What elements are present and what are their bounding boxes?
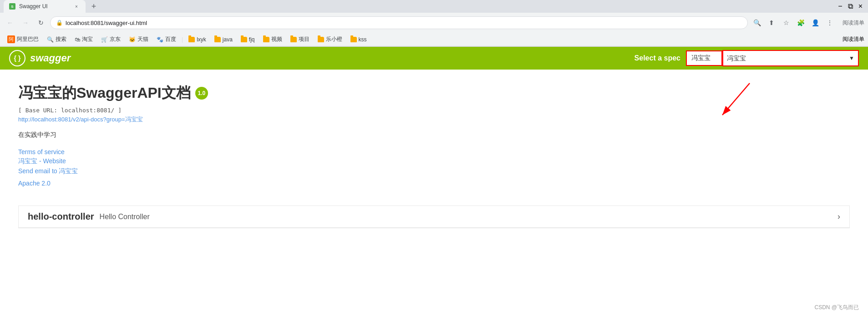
reload-button[interactable]: ↻	[35, 16, 47, 29]
bookmark-folder-kss[interactable]: kss	[347, 35, 371, 44]
tmall-icon: 🐱	[129, 36, 136, 43]
bookmark-folder-orange[interactable]: 乐小橙	[314, 35, 346, 44]
reading-list-area[interactable]: 阅读清单	[843, 35, 864, 43]
alibaba-icon: 阿	[7, 35, 15, 43]
controller-header[interactable]: hello-controller Hello Controller ›	[19, 206, 849, 228]
bookmark-alibaba-label: 阿里巴巴	[17, 35, 39, 43]
browser-chrome: S Swagger UI × + − ⧉ × ← → ↻ 🔒 localhost…	[0, 0, 868, 47]
swagger-logo-icon: { }	[9, 50, 25, 66]
bookmark-folder-project-label: 项目	[299, 35, 310, 43]
controller-section: hello-controller Hello Controller ›	[18, 206, 850, 228]
back-button[interactable]: ←	[4, 16, 16, 29]
lock-icon: 🔒	[56, 20, 63, 26]
spec-dropdown[interactable]: 冯宝宝	[722, 50, 859, 66]
bookmark-folder-fjq[interactable]: fjq	[237, 35, 259, 44]
address-text: localhost:8081/swagger-ui.html	[66, 20, 147, 26]
api-title-row: 冯宝宝的SwaggerAPI文档 1.0	[18, 83, 850, 103]
folder-java-icon	[214, 37, 221, 42]
bookmark-folder-video[interactable]: 视频	[259, 35, 286, 44]
folder-lxyk-icon	[188, 37, 195, 42]
terms-of-service-link[interactable]: Terms of service	[18, 148, 850, 155]
address-bar-row: ← → ↻ 🔒 localhost:8081/swagger-ui.html 🔍…	[0, 13, 868, 33]
bookmark-search-label: 搜索	[56, 35, 66, 43]
swagger-nav: { } swagger Select a spec 冯宝宝 冯宝宝 ▼	[0, 47, 868, 70]
controller-chevron-icon: ›	[838, 212, 840, 221]
tab-favicon: S	[9, 3, 15, 10]
separator-1: |	[182, 36, 183, 43]
swagger-logo-text: swagger	[30, 52, 71, 64]
tab-bar: S Swagger UI × + − ⧉ ×	[0, 0, 868, 13]
bookmark-search[interactable]: 🔍 搜索	[43, 35, 70, 44]
swagger-logo: { } swagger	[9, 50, 71, 66]
folder-kss-icon	[350, 37, 357, 42]
bookmark-alibaba[interactable]: 阿 阿里巴巴	[4, 35, 42, 44]
bookmark-folder-video-label: 视频	[271, 35, 282, 43]
tab-close-button[interactable]: ×	[73, 3, 80, 10]
restore-button[interactable]: ⧉	[848, 2, 853, 10]
info-links: Terms of service 冯宝宝 - Website Send emai…	[18, 148, 850, 176]
extension-button[interactable]: 🧩	[794, 16, 807, 29]
bookmark-folder-java[interactable]: java	[211, 35, 236, 44]
controller-title: hello-controller Hello Controller	[28, 211, 150, 222]
search-icon: 🔍	[47, 36, 54, 43]
new-tab-button[interactable]: +	[87, 0, 100, 13]
window-controls: − ⧉ ×	[838, 2, 864, 10]
bookmark-jd-label: 京东	[110, 35, 121, 43]
swagger-main: 冯宝宝的SwaggerAPI文档 1.0 [ Base URL: localho…	[0, 70, 868, 242]
spec-select-wrapper: 冯宝宝 冯宝宝 ▼	[686, 50, 859, 66]
content-wrapper: 冯宝宝的SwaggerAPI文档 1.0 [ Base URL: localho…	[0, 70, 868, 242]
bookmark-folder-project[interactable]: 项目	[287, 35, 313, 44]
bookmark-folder-java-label: java	[223, 36, 233, 43]
forward-button[interactable]: →	[19, 16, 32, 29]
folder-orange-icon	[318, 37, 324, 42]
folder-video-icon	[263, 37, 269, 42]
taobao-icon: 🛍	[75, 36, 80, 43]
spec-value-display: 冯宝宝	[686, 50, 722, 66]
version-badge: 1.0	[195, 87, 208, 100]
bookmark-folder-lxyk[interactable]: lxyk	[185, 35, 210, 44]
reading-list-label: 阅读清单	[843, 36, 864, 42]
swagger-app: { } swagger Select a spec 冯宝宝 冯宝宝 ▼	[0, 47, 868, 242]
bookmark-jd[interactable]: 🛒 京东	[97, 35, 124, 44]
tab-title: Swagger UI	[19, 3, 69, 10]
folder-fjq-icon	[241, 37, 247, 42]
api-title: 冯宝宝的SwaggerAPI文档	[18, 83, 191, 103]
address-input[interactable]: 🔒 localhost:8081/swagger-ui.html	[50, 16, 748, 29]
jd-icon: 🛒	[101, 36, 108, 43]
api-docs-link[interactable]: http://localhost:8081/v2/api-docs?group=…	[18, 115, 850, 124]
menu-button[interactable]: ⋮	[823, 16, 836, 29]
bookmark-button[interactable]: ☆	[780, 16, 792, 29]
profile-button[interactable]: 👤	[809, 16, 822, 29]
base-url: [ Base URL: localhost:8081/ ]	[18, 107, 850, 114]
email-link[interactable]: Send email to 冯宝宝	[18, 167, 850, 176]
bookmark-taobao[interactable]: 🛍 淘宝	[71, 35, 96, 44]
website-link[interactable]: 冯宝宝 - Website	[18, 157, 850, 166]
bookmark-folder-fjq-label: fjq	[249, 36, 255, 43]
bookmark-baidu[interactable]: 🐾 百度	[153, 35, 180, 44]
folder-project-icon	[290, 37, 297, 42]
zoom-button[interactable]: 🔍	[751, 16, 763, 29]
reading-list-button[interactable]: 阅读清单	[843, 19, 864, 27]
swagger-spec-selector: Select a spec 冯宝宝 冯宝宝 ▼	[635, 50, 859, 66]
bookmarks-bar: 阿 阿里巴巴 🔍 搜索 🛍 淘宝 🛒 京东 🐱 天猫 🐾 百度 | lxyk	[0, 33, 868, 46]
controller-name: hello-controller	[28, 211, 94, 222]
bookmark-tmall-label: 天猫	[137, 35, 148, 43]
minimize-button[interactable]: −	[838, 2, 842, 10]
share-button[interactable]: ⬆	[765, 16, 778, 29]
bookmark-baidu-label: 百度	[165, 35, 176, 43]
bookmark-taobao-label: 淘宝	[82, 35, 93, 43]
api-description: 在实践中学习	[18, 131, 850, 139]
bookmark-tmall[interactable]: 🐱 天猫	[125, 35, 152, 44]
close-button[interactable]: ×	[858, 2, 863, 10]
browser-actions: 🔍 ⬆ ☆ 🧩 👤 ⋮	[751, 16, 836, 29]
bookmark-folder-orange-label: 乐小橙	[326, 35, 342, 43]
bookmark-folder-lxyk-label: lxyk	[197, 36, 206, 43]
baidu-icon: 🐾	[157, 36, 163, 43]
controller-description: Hello Controller	[100, 213, 150, 221]
license-link[interactable]: Apache 2.0	[18, 180, 51, 187]
select-a-spec-label: Select a spec	[635, 54, 680, 62]
active-tab[interactable]: S Swagger UI ×	[4, 0, 86, 13]
bookmark-folder-kss-label: kss	[359, 36, 367, 43]
